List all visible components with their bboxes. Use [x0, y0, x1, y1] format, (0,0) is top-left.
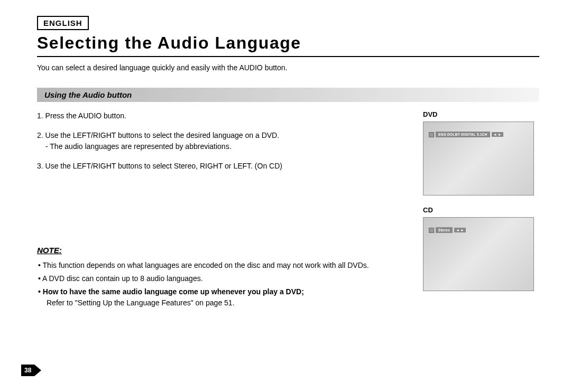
arrow-icon [34, 365, 41, 376]
note-3-rest: Refer to "Setting Up the Language Featur… [42, 298, 235, 307]
intro-text: You can select a desired language quickl… [37, 63, 539, 72]
page-title: Selecting the Audio Language [37, 33, 539, 57]
cd-screen: Stereo ◄► [423, 217, 534, 291]
step-2-sub: - The audio languages are represented by… [37, 142, 232, 151]
osd-arrows: ◄► [492, 132, 503, 137]
step-2: 2. Use the LEFT/RIGHT buttons to select … [37, 130, 402, 152]
step-2-text: 2. Use the LEFT/RIGHT buttons to select … [37, 131, 279, 139]
dvd-osd-text: ENG DOLBY DIGITAL 5.1CH [436, 132, 490, 137]
note-3-bold: • How to have the same audio language co… [38, 287, 304, 296]
audio-icon [429, 132, 434, 137]
step-1: 1. Press the AUDIO button. [37, 110, 402, 122]
screens-column: DVD ENG DOLBY DIGITAL 5.1CH ◄► CD Stereo… [423, 110, 539, 311]
instructions-column: 1. Press the AUDIO button. 2. Use the LE… [37, 110, 402, 311]
cd-osd-text: Stereo [436, 227, 453, 233]
note-3: • How to have the same audio language co… [37, 286, 402, 309]
page-number-badge: 38 [21, 365, 41, 376]
dvd-screen: ENG DOLBY DIGITAL 5.1CH ◄► [423, 122, 534, 195]
step-3: 3. Use the LEFT/RIGHT buttons to select … [37, 161, 402, 172]
page-number: 38 [21, 365, 34, 376]
section-header: Using the Audio button [37, 88, 539, 102]
audio-icon [429, 228, 434, 233]
note-2: • A DVD disc can contain up to 8 audio l… [37, 273, 402, 284]
content-row: 1. Press the AUDIO button. 2. Use the LE… [37, 110, 539, 311]
osd-arrows: ◄► [454, 228, 466, 232]
note-heading: NOTE: [37, 246, 402, 255]
language-badge: ENGLISH [37, 16, 89, 30]
cd-label: CD [423, 206, 539, 214]
dvd-osd-bar: ENG DOLBY DIGITAL 5.1CH ◄► [429, 132, 503, 137]
dvd-label: DVD [423, 110, 539, 118]
note-1: • This function depends on what language… [37, 260, 402, 271]
cd-osd-bar: Stereo ◄► [429, 227, 466, 233]
